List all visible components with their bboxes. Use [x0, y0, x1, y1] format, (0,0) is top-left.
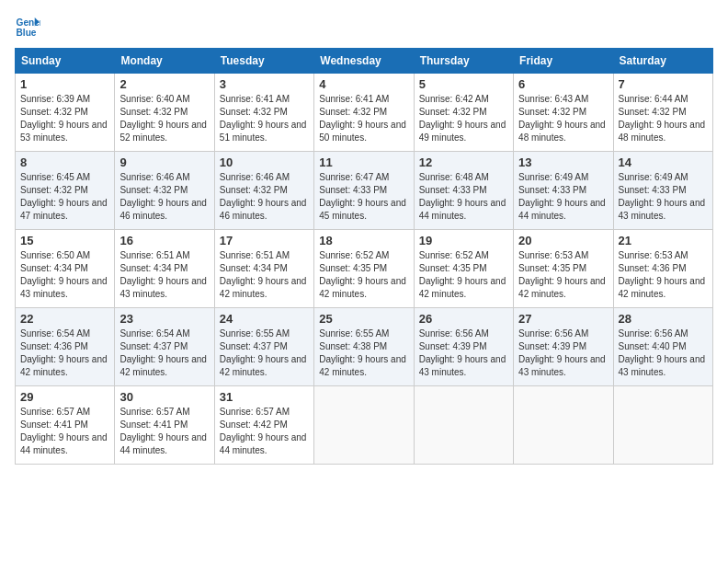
col-header-tuesday: Tuesday [214, 49, 313, 74]
col-header-wednesday: Wednesday [314, 49, 414, 74]
day-number: 13 [518, 155, 608, 169]
day-info: Sunrise: 6:52 AMSunset: 4:35 PMDaylight:… [419, 249, 508, 301]
day-number: 2 [119, 77, 209, 91]
calendar-cell: 10Sunrise: 6:46 AMSunset: 4:32 PMDayligh… [214, 152, 313, 230]
day-number: 22 [20, 312, 109, 326]
day-number: 30 [119, 390, 209, 404]
day-info: Sunrise: 6:52 AMSunset: 4:35 PMDaylight:… [319, 249, 408, 301]
day-info: Sunrise: 6:49 AMSunset: 4:33 PMDaylight:… [619, 171, 708, 223]
col-header-saturday: Saturday [613, 49, 712, 74]
day-info: Sunrise: 6:55 AMSunset: 4:38 PMDaylight:… [319, 327, 408, 379]
day-number: 23 [119, 312, 209, 326]
day-number: 11 [319, 155, 408, 169]
day-number: 1 [20, 77, 109, 91]
day-number: 7 [619, 77, 708, 91]
calendar-cell: 22Sunrise: 6:54 AMSunset: 4:36 PMDayligh… [16, 308, 115, 386]
day-number: 27 [518, 312, 608, 326]
day-info: Sunrise: 6:51 AMSunset: 4:34 PMDaylight:… [220, 249, 309, 301]
calendar-cell: 18Sunrise: 6:52 AMSunset: 4:35 PMDayligh… [314, 230, 414, 308]
calendar-cell [514, 386, 613, 465]
day-info: Sunrise: 6:51 AMSunset: 4:34 PMDaylight:… [119, 249, 209, 301]
calendar-cell: 11Sunrise: 6:47 AMSunset: 4:33 PMDayligh… [314, 152, 414, 230]
calendar-cell: 29Sunrise: 6:57 AMSunset: 4:41 PMDayligh… [16, 386, 115, 465]
day-number: 28 [619, 312, 708, 326]
calendar-week-row: 29Sunrise: 6:57 AMSunset: 4:41 PMDayligh… [16, 386, 713, 465]
day-number: 17 [220, 234, 309, 247]
day-info: Sunrise: 6:47 AMSunset: 4:33 PMDaylight:… [319, 171, 408, 223]
calendar-week-row: 22Sunrise: 6:54 AMSunset: 4:36 PMDayligh… [16, 308, 713, 386]
calendar-cell: 7Sunrise: 6:44 AMSunset: 4:32 PMDaylight… [613, 74, 712, 152]
calendar-cell: 24Sunrise: 6:55 AMSunset: 4:37 PMDayligh… [214, 308, 313, 386]
day-number: 19 [419, 234, 508, 247]
day-info: Sunrise: 6:56 AMSunset: 4:39 PMDaylight:… [419, 327, 508, 379]
calendar-cell: 26Sunrise: 6:56 AMSunset: 4:39 PMDayligh… [414, 308, 513, 386]
day-number: 31 [220, 390, 309, 404]
calendar-cell: 27Sunrise: 6:56 AMSunset: 4:39 PMDayligh… [514, 308, 613, 386]
calendar-cell: 5Sunrise: 6:42 AMSunset: 4:32 PMDaylight… [414, 74, 513, 152]
day-number: 14 [619, 155, 708, 169]
logo: General Blue [15, 15, 40, 40]
col-header-friday: Friday [514, 49, 613, 74]
calendar-cell: 31Sunrise: 6:57 AMSunset: 4:42 PMDayligh… [214, 386, 313, 465]
day-info: Sunrise: 6:57 AMSunset: 4:41 PMDaylight:… [119, 406, 209, 457]
calendar-cell: 17Sunrise: 6:51 AMSunset: 4:34 PMDayligh… [214, 230, 313, 308]
header: General Blue [15, 15, 713, 40]
day-info: Sunrise: 6:50 AMSunset: 4:34 PMDaylight:… [20, 249, 109, 301]
day-info: Sunrise: 6:57 AMSunset: 4:41 PMDaylight:… [20, 406, 109, 457]
col-header-monday: Monday [115, 49, 214, 74]
logo-icon: General Blue [15, 15, 40, 40]
day-number: 29 [20, 390, 109, 404]
day-info: Sunrise: 6:53 AMSunset: 4:36 PMDaylight:… [619, 249, 708, 301]
calendar-cell: 15Sunrise: 6:50 AMSunset: 4:34 PMDayligh… [16, 230, 115, 308]
day-number: 4 [319, 77, 408, 91]
day-number: 3 [220, 77, 309, 91]
calendar-cell [414, 386, 513, 465]
day-info: Sunrise: 6:39 AMSunset: 4:32 PMDaylight:… [20, 93, 109, 144]
calendar-cell: 20Sunrise: 6:53 AMSunset: 4:35 PMDayligh… [514, 230, 613, 308]
calendar-cell [314, 386, 414, 465]
calendar-cell: 25Sunrise: 6:55 AMSunset: 4:38 PMDayligh… [314, 308, 414, 386]
day-number: 16 [119, 234, 209, 247]
day-number: 18 [319, 234, 408, 247]
calendar-week-row: 1Sunrise: 6:39 AMSunset: 4:32 PMDaylight… [16, 74, 713, 152]
calendar-cell: 21Sunrise: 6:53 AMSunset: 4:36 PMDayligh… [613, 230, 712, 308]
calendar-table: SundayMondayTuesdayWednesdayThursdayFrid… [15, 48, 713, 465]
day-info: Sunrise: 6:46 AMSunset: 4:32 PMDaylight:… [119, 171, 209, 223]
day-number: 21 [619, 234, 708, 247]
day-number: 20 [518, 234, 608, 247]
day-info: Sunrise: 6:41 AMSunset: 4:32 PMDaylight:… [319, 93, 408, 144]
day-info: Sunrise: 6:42 AMSunset: 4:32 PMDaylight:… [419, 93, 508, 144]
day-info: Sunrise: 6:55 AMSunset: 4:37 PMDaylight:… [220, 327, 309, 379]
day-number: 24 [220, 312, 309, 326]
day-number: 15 [20, 234, 109, 247]
day-info: Sunrise: 6:54 AMSunset: 4:36 PMDaylight:… [20, 327, 109, 379]
calendar-week-row: 15Sunrise: 6:50 AMSunset: 4:34 PMDayligh… [16, 230, 713, 308]
day-info: Sunrise: 6:54 AMSunset: 4:37 PMDaylight:… [119, 327, 209, 379]
calendar-cell: 2Sunrise: 6:40 AMSunset: 4:32 PMDaylight… [115, 74, 214, 152]
calendar-cell: 14Sunrise: 6:49 AMSunset: 4:33 PMDayligh… [613, 152, 712, 230]
calendar-cell: 8Sunrise: 6:45 AMSunset: 4:32 PMDaylight… [16, 152, 115, 230]
calendar-week-row: 8Sunrise: 6:45 AMSunset: 4:32 PMDaylight… [16, 152, 713, 230]
calendar-cell: 16Sunrise: 6:51 AMSunset: 4:34 PMDayligh… [115, 230, 214, 308]
col-header-sunday: Sunday [16, 49, 115, 74]
day-number: 26 [419, 312, 508, 326]
calendar-cell: 13Sunrise: 6:49 AMSunset: 4:33 PMDayligh… [514, 152, 613, 230]
calendar-cell: 4Sunrise: 6:41 AMSunset: 4:32 PMDaylight… [314, 74, 414, 152]
calendar-cell: 3Sunrise: 6:41 AMSunset: 4:32 PMDaylight… [214, 74, 313, 152]
day-number: 12 [419, 155, 508, 169]
calendar-cell: 12Sunrise: 6:48 AMSunset: 4:33 PMDayligh… [414, 152, 513, 230]
day-info: Sunrise: 6:53 AMSunset: 4:35 PMDaylight:… [518, 249, 608, 301]
calendar-cell: 9Sunrise: 6:46 AMSunset: 4:32 PMDaylight… [115, 152, 214, 230]
col-header-thursday: Thursday [414, 49, 513, 74]
day-info: Sunrise: 6:48 AMSunset: 4:33 PMDaylight:… [419, 171, 508, 223]
calendar-header-row: SundayMondayTuesdayWednesdayThursdayFrid… [16, 49, 713, 74]
day-number: 10 [220, 155, 309, 169]
calendar-cell: 1Sunrise: 6:39 AMSunset: 4:32 PMDaylight… [16, 74, 115, 152]
calendar-cell [613, 386, 712, 465]
calendar-cell: 30Sunrise: 6:57 AMSunset: 4:41 PMDayligh… [115, 386, 214, 465]
day-info: Sunrise: 6:49 AMSunset: 4:33 PMDaylight:… [518, 171, 608, 223]
day-number: 5 [419, 77, 508, 91]
svg-text:Blue: Blue [17, 28, 37, 38]
calendar-cell: 28Sunrise: 6:56 AMSunset: 4:40 PMDayligh… [613, 308, 712, 386]
day-info: Sunrise: 6:57 AMSunset: 4:42 PMDaylight:… [220, 406, 309, 457]
